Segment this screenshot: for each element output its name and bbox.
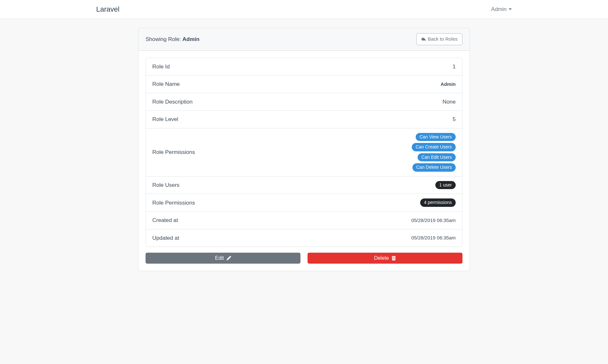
row-role-id: Role Id 1 xyxy=(146,58,462,76)
back-to-roles-button[interactable]: Back to Roles xyxy=(416,33,462,45)
row-created-at: Created at 05/28/2019 06:35am xyxy=(146,212,462,229)
role-card: Showing Role: Admin Back to Roles Role I… xyxy=(138,28,470,271)
row-value: 1 xyxy=(453,63,456,71)
permission-badges: Can View Users Can Create Users Can Edit… xyxy=(412,133,456,172)
row-role-users: Role Users 1 user xyxy=(146,177,462,194)
row-label: Created at xyxy=(152,216,178,225)
row-role-permissions-count: Role Permissions 4 permissions xyxy=(146,194,462,212)
row-value: None xyxy=(442,98,456,106)
user-count-badge: 1 user xyxy=(435,181,456,189)
permission-badge: Can Edit Users xyxy=(418,153,456,162)
row-label: Role Name xyxy=(152,80,180,88)
details-list: Role Id 1 Role Name Admin Role Descripti… xyxy=(146,58,462,247)
row-label: Role Permissions xyxy=(152,199,195,207)
row-updated-at: Updated at 05/28/2019 06:35am xyxy=(146,229,462,247)
row-label: Role Level xyxy=(152,115,178,124)
row-role-permissions: Role Permissions Can View Users Can Crea… xyxy=(146,128,462,177)
title-prefix: Showing Role: xyxy=(146,36,182,42)
reply-icon xyxy=(421,37,426,41)
permission-count-badge: 4 permissions xyxy=(420,198,456,207)
page-title: Showing Role: Admin xyxy=(146,35,199,44)
page-body: Showing Role: Admin Back to Roles Role I… xyxy=(0,19,608,364)
delete-button[interactable]: Delete xyxy=(308,253,462,264)
row-value: 05/28/2019 06:35am xyxy=(411,217,456,224)
row-value: 5 xyxy=(453,115,456,124)
pencil-icon xyxy=(227,256,231,260)
edit-button[interactable]: Edit xyxy=(146,253,300,264)
navbar: Laravel Admin xyxy=(0,0,608,19)
row-label: Role Users xyxy=(152,181,179,189)
brand-link[interactable]: Laravel xyxy=(96,4,119,15)
chevron-down-icon xyxy=(509,8,512,10)
row-label: Updated at xyxy=(152,234,179,242)
row-role-name: Role Name Admin xyxy=(146,76,462,93)
row-label: Role Description xyxy=(152,98,193,106)
row-value: 05/28/2019 06:35am xyxy=(411,234,456,242)
user-dropdown[interactable]: Admin xyxy=(491,5,512,14)
card-header: Showing Role: Admin Back to Roles xyxy=(138,28,470,51)
permission-badge: Can Create Users xyxy=(412,143,456,151)
title-role-name: Admin xyxy=(182,36,199,42)
permission-badge: Can Delete Users xyxy=(412,163,456,172)
action-row: Edit Delete xyxy=(146,253,462,264)
row-role-description: Role Description None xyxy=(146,93,462,111)
trash-icon xyxy=(391,256,396,260)
row-label: Role Id xyxy=(152,63,170,71)
edit-button-label: Edit xyxy=(215,255,224,261)
delete-button-label: Delete xyxy=(374,255,389,261)
permission-badge: Can View Users xyxy=(416,133,456,141)
card-body: Role Id 1 Role Name Admin Role Descripti… xyxy=(138,51,470,271)
back-to-roles-label: Back to Roles xyxy=(428,35,458,43)
row-role-level: Role Level 5 xyxy=(146,111,462,128)
row-label: Role Permissions xyxy=(152,148,195,157)
user-dropdown-label: Admin xyxy=(491,5,507,14)
row-value: Admin xyxy=(441,81,456,88)
